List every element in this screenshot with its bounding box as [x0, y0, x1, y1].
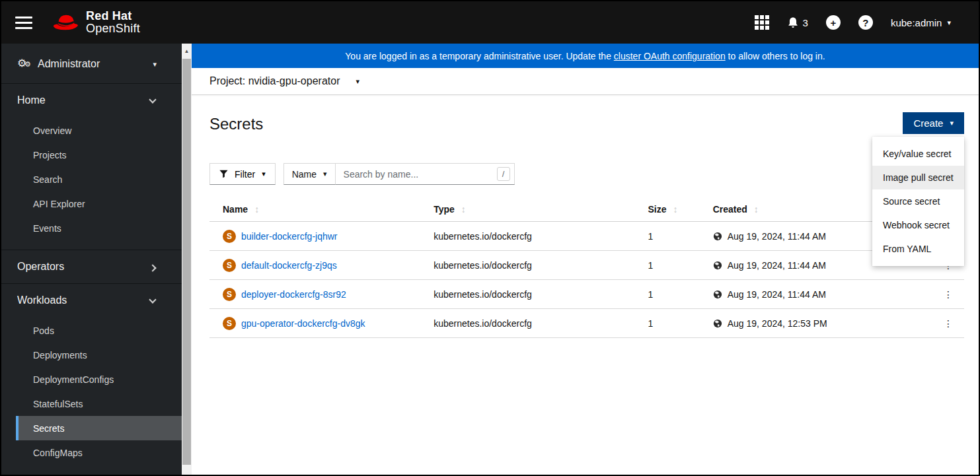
globe-icon [713, 290, 722, 299]
sidebar-item-secrets[interactable]: Secrets [16, 416, 182, 440]
search-type-dropdown[interactable]: Name ▾ [283, 163, 336, 185]
sidebar-item-events[interactable]: Events [16, 216, 182, 240]
nav-toggle-icon[interactable] [15, 13, 32, 32]
search-input[interactable] [335, 163, 515, 185]
masthead-actions: 3 + ? kube:admin ▾ [755, 15, 951, 30]
sidebar-item-overview[interactable]: Overview [16, 118, 182, 143]
secret-name-link[interactable]: gpu-operator-dockercfg-dv8gk [241, 318, 365, 329]
list-toolbar: Filter ▾ Name ▾ / [209, 163, 979, 185]
secret-type-cell: kubernetes.io/dockercfg [433, 222, 648, 251]
import-yaml-button[interactable]: + [826, 15, 841, 30]
sidebar-item-deployments[interactable]: Deployments [16, 343, 182, 367]
chevron-down-icon [149, 296, 156, 303]
caret-down-icon: ▾ [356, 78, 359, 85]
secret-type-cell: kubernetes.io/dockercfg [433, 251, 648, 280]
chevron-right-icon [149, 264, 156, 271]
secret-type-cell: kubernetes.io/dockercfg [433, 309, 648, 338]
sidebar-section-label: Workloads [17, 294, 67, 306]
caret-down-icon: ▾ [950, 119, 954, 127]
openshift-console-window: Red Hat OpenShift 3 + ? kube:admin ▾ [0, 0, 980, 476]
help-button[interactable]: ? [858, 15, 873, 30]
nav-item-list: OverviewProjectsSearchAPI ExplorerEvents [1, 117, 182, 250]
sidebar-item-api-explorer[interactable]: API Explorer [16, 191, 182, 216]
search-combo: Name ▾ / [283, 163, 515, 185]
brand-logo[interactable]: Red Hat OpenShift [50, 10, 140, 35]
redhat-fedora-icon [50, 11, 80, 34]
table-row: S builder-dockercfg-jqhwr kubernetes.io/… [209, 222, 964, 251]
project-selector[interactable]: Project: nvidia-gpu-operator ▾ [209, 75, 359, 87]
sort-icon: ↕ [254, 204, 259, 215]
column-header-name[interactable]: Name↕ [209, 197, 433, 222]
row-kebab-menu[interactable]: ⋮ [938, 280, 964, 309]
plus-icon: + [831, 17, 837, 28]
secrets-table: Name↕ Type↕ Size↕ Created↕ S builder-doc… [209, 197, 964, 338]
sidebar-item-projects[interactable]: Projects [16, 143, 182, 167]
question-icon: ? [862, 17, 868, 28]
secret-size-cell: 1 [648, 309, 712, 338]
sidebar-section-header-operators[interactable]: Operators [1, 250, 182, 283]
secret-name-link[interactable]: default-dockercfg-zj9qs [241, 260, 337, 271]
created-timestamp: Aug 19, 2024, 11:44 AM [728, 260, 826, 271]
sidebar-item-pods[interactable]: Pods [16, 318, 182, 343]
cluster-oauth-link[interactable]: cluster OAuth configuration [614, 51, 726, 61]
sidebar-item-deploymentconfigs[interactable]: DeploymentConfigs [16, 367, 182, 391]
table-row: S default-dockercfg-zj9qs kubernetes.io/… [209, 251, 964, 280]
create-menu-item-image-pull-secret[interactable]: Image pull secret [872, 166, 964, 189]
sidebar-section-header-workloads[interactable]: Workloads [1, 284, 182, 317]
column-header-type[interactable]: Type↕ [433, 197, 648, 222]
sidebar-section-label: Operators [17, 261, 64, 273]
sidebar-section-label: Home [17, 94, 46, 106]
project-value: nvidia-gpu-operator [248, 75, 340, 86]
secret-resource-badge: S [223, 259, 236, 272]
page-header: Secrets Create ▾ [192, 95, 979, 134]
project-bar: Project: nvidia-gpu-operator ▾ [192, 68, 979, 95]
secret-size-cell: 1 [648, 251, 712, 280]
secret-size-cell: 1 [648, 222, 712, 251]
scrollbar-up-arrow[interactable]: ▲ [182, 44, 192, 58]
caret-down-icon: ▾ [947, 19, 951, 26]
scrollbar-thumb[interactable] [182, 59, 191, 465]
sidebar-section-workloads: Workloads PodsDeploymentsDeploymentConfi… [1, 284, 182, 474]
notification-count: 3 [803, 17, 808, 28]
sidebar-item-configmaps[interactable]: ConfigMaps [16, 440, 182, 465]
banner-text-before: You are logged in as a temporary adminis… [345, 51, 614, 61]
secret-resource-badge: S [223, 230, 236, 243]
created-timestamp: Aug 19, 2024, 11:44 AM [728, 289, 826, 300]
create-menu-item-key-value-secret[interactable]: Key/value secret [872, 142, 964, 166]
create-button[interactable]: Create ▾ [903, 112, 964, 134]
app-launcher-icon[interactable] [755, 15, 769, 30]
create-menu-item-webhook-secret[interactable]: Webhook secret [872, 213, 964, 237]
main-content: You are logged in as a temporary adminis… [192, 44, 979, 475]
username: kube:admin [891, 17, 942, 28]
sidebar-item-statefulsets[interactable]: StatefulSets [16, 391, 182, 416]
sidebar-item-search[interactable]: Search [16, 167, 182, 191]
column-header-size[interactable]: Size↕ [648, 197, 712, 222]
secret-type-cell: kubernetes.io/dockercfg [433, 280, 648, 309]
sidebar-nav: Home OverviewProjectsSearchAPI ExplorerE… [1, 84, 182, 474]
user-menu[interactable]: kube:admin ▾ [891, 17, 951, 28]
perspective-switcher[interactable]: ⚙⚙ Administrator ▾ [1, 44, 182, 84]
row-kebab-menu[interactable]: ⋮ [938, 309, 964, 338]
created-timestamp: Aug 19, 2024, 11:44 AM [728, 231, 826, 242]
sidebar-section-header-home[interactable]: Home [1, 84, 182, 117]
caret-down-icon: ▾ [323, 170, 327, 178]
bell-icon [787, 17, 799, 29]
secret-name-link[interactable]: builder-dockercfg-jqhwr [241, 231, 338, 242]
create-menu-item-from-yaml[interactable]: From YAML [872, 237, 964, 261]
sidebar: ⚙⚙ Administrator ▾ Home OverviewProjects… [1, 44, 182, 475]
notifications-button[interactable]: 3 [787, 17, 808, 29]
table-header-row: Name↕ Type↕ Size↕ Created↕ [209, 197, 964, 222]
secret-name-link[interactable]: deployer-dockercfg-8sr92 [241, 289, 346, 300]
secret-resource-badge: S [223, 317, 236, 330]
globe-icon [713, 261, 722, 270]
table-row: S deployer-dockercfg-8sr92 kubernetes.io… [209, 280, 964, 309]
globe-icon [713, 232, 722, 241]
create-menu-item-source-secret[interactable]: Source secret [872, 189, 964, 213]
brand-line1: Red Hat [86, 10, 140, 22]
table-row: S gpu-operator-dockercfg-dv8gk kubernete… [209, 309, 964, 338]
filter-dropdown[interactable]: Filter ▾ [209, 163, 276, 185]
project-label: Project: nvidia-gpu-operator [209, 75, 340, 87]
search-shortcut-badge: / [497, 167, 510, 181]
login-notice-banner: You are logged in as a temporary adminis… [192, 44, 979, 68]
brand-line2: OpenShift [86, 22, 140, 35]
